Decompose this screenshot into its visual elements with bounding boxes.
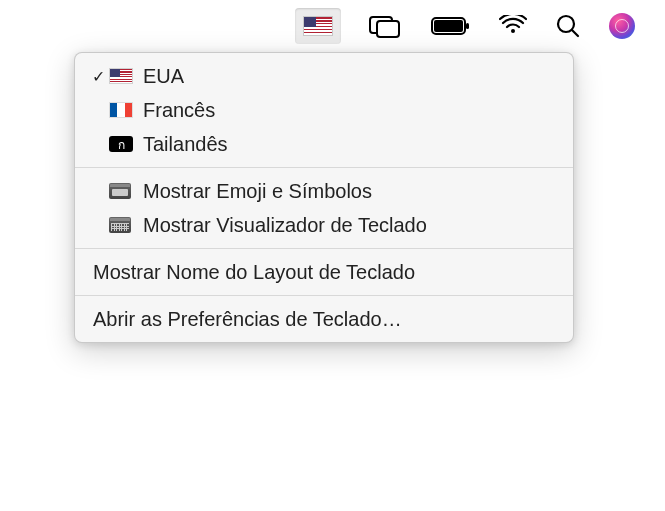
battery-item[interactable]: [431, 8, 471, 44]
menu-separator: [75, 248, 573, 249]
menu-label: Mostrar Emoji e Símbolos: [143, 180, 555, 203]
battery-icon: [431, 16, 471, 36]
keyboard-viewer-icon: [109, 217, 131, 233]
menu-label: Mostrar Nome do Layout de Teclado: [93, 261, 555, 284]
wifi-icon: [499, 15, 527, 37]
search-icon: [555, 13, 581, 39]
svg-line-6: [572, 30, 578, 36]
wifi-item[interactable]: [499, 8, 527, 44]
language-label: Francês: [143, 99, 555, 122]
show-keyboard-viewer-item[interactable]: Mostrar Visualizador de Teclado: [75, 208, 573, 242]
mission-control-icon: [369, 14, 403, 38]
open-keyboard-prefs-item[interactable]: Abrir as Preferências de Teclado…: [75, 302, 573, 336]
language-label: Tailandês: [143, 133, 555, 156]
siri-icon: [609, 13, 635, 39]
menu-separator: [75, 295, 573, 296]
menu-label: Abrir as Preferências de Teclado…: [93, 308, 555, 331]
input-source-dropdown: ✓ EUA Francês ก Tailandês Mostrar Emoji …: [74, 52, 574, 343]
mission-control-item[interactable]: [369, 8, 403, 44]
spotlight-item[interactable]: [555, 8, 581, 44]
language-item-thai[interactable]: ก Tailandês: [75, 127, 573, 161]
check-icon: ✓: [87, 67, 109, 86]
show-layout-name-item[interactable]: Mostrar Nome do Layout de Teclado: [75, 255, 573, 289]
flag-france-icon: [109, 102, 133, 118]
menu-label: Mostrar Visualizador de Teclado: [143, 214, 555, 237]
language-item-usa[interactable]: ✓ EUA: [75, 59, 573, 93]
svg-rect-4: [466, 23, 469, 29]
menu-separator: [75, 167, 573, 168]
svg-rect-1: [377, 21, 399, 37]
svg-rect-3: [434, 20, 463, 32]
show-emoji-item[interactable]: Mostrar Emoji e Símbolos: [75, 174, 573, 208]
language-label: EUA: [143, 65, 555, 88]
language-item-french[interactable]: Francês: [75, 93, 573, 127]
flag-usa-icon: [109, 68, 133, 84]
character-viewer-icon: [109, 183, 131, 199]
flag-usa-icon: [303, 16, 333, 36]
menubar: [295, 8, 635, 44]
thai-icon: ก: [109, 136, 133, 152]
siri-item[interactable]: [609, 8, 635, 44]
input-source-menu[interactable]: [295, 8, 341, 44]
